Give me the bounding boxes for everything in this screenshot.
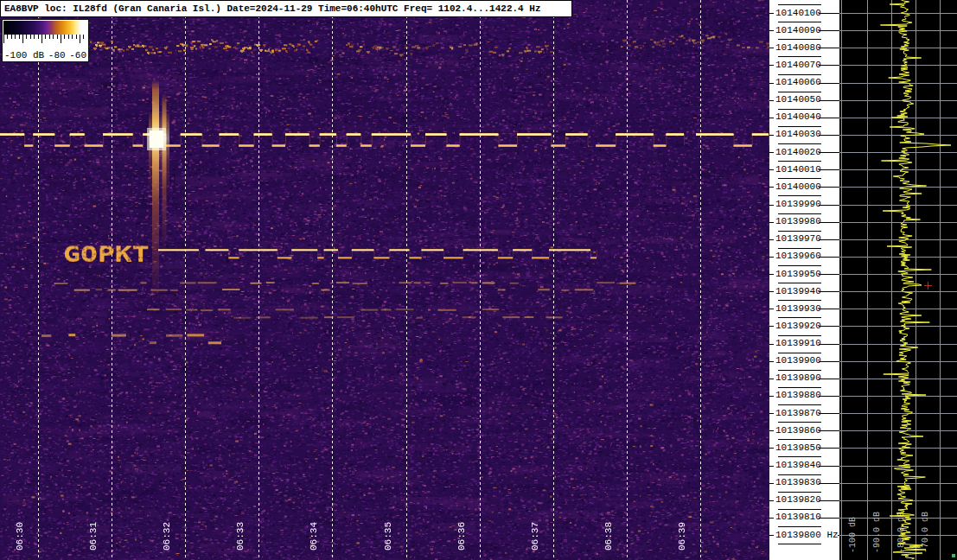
freq-tick-line: [819, 257, 839, 258]
color-scale-legend: -100 dB -80 -60: [2, 19, 89, 62]
freq-tick-label: 10140050: [775, 94, 821, 105]
freq-tick-line: [778, 456, 821, 457]
freq-tick-line: [819, 100, 839, 101]
freq-tick-line: [778, 387, 821, 388]
freq-tick-line: [769, 379, 774, 379]
freq-tick-label: 10139850: [775, 442, 821, 454]
freq-tick-line: [769, 169, 774, 170]
colorbar-labels: -100 dB -80 -60: [4, 47, 86, 60]
freq-tick-line: [769, 30, 774, 31]
freq-tick-line: [819, 187, 839, 188]
freq-tick-label: 10140000: [775, 181, 821, 193]
freq-tick-line: [819, 83, 839, 84]
freq-tick-line: [819, 48, 839, 48]
freq-tick-line: [819, 222, 839, 223]
waterfall-canvas: [0, 0, 769, 560]
freq-tick-line: [769, 430, 774, 431]
freq-tick-line: [778, 439, 821, 440]
freq-tick-line: [778, 195, 821, 196]
freq-tick-line: [778, 317, 821, 318]
freq-tick-line: [778, 492, 821, 493]
freq-tick-line: [778, 161, 821, 162]
freq-tick-line: [778, 300, 821, 301]
freq-tick-line: [819, 430, 839, 431]
cursor-cross-marker: [924, 282, 932, 290]
colorbar-label-mid: -80: [48, 50, 66, 60]
freq-tick-line: [769, 274, 774, 275]
time-tick-label: 06:38: [603, 522, 615, 550]
freq-tick-line: [819, 518, 839, 519]
freq-tick-line: [819, 239, 839, 240]
freq-tick-line: [778, 526, 821, 527]
freq-tick-line: [819, 500, 839, 501]
freq-tick-line: [819, 152, 839, 153]
freq-tick-line: [769, 361, 774, 362]
freq-tick-line: [778, 353, 821, 353]
freq-tick-line: [769, 500, 774, 501]
time-tick-label: 06:34: [309, 522, 320, 550]
freq-tick-label: 10140020: [775, 147, 821, 158]
freq-tick-label: 10139980: [775, 216, 821, 227]
freq-tick-label: 10140030: [775, 129, 821, 140]
freq-tick-label: 10139900: [775, 355, 821, 366]
freq-tick-label: 10140060: [775, 77, 821, 88]
freq-tick-line: [769, 187, 774, 188]
freq-tick-label: 10140090: [775, 25, 821, 36]
freq-tick-line: [819, 344, 839, 345]
page-title: EA8BVP loc: IL28fd (Gran Canaria Isl.) D…: [4, 3, 541, 14]
freq-tick-label: 10139830: [775, 477, 821, 488]
freq-tick-line: [819, 135, 839, 136]
freq-tick-line: [778, 509, 821, 510]
time-tick-label: 06:33: [235, 522, 246, 550]
freq-tick-line: [819, 483, 839, 484]
time-tick-label: 06:35: [383, 522, 394, 550]
freq-tick-line: [819, 205, 839, 206]
freq-tick-line: [819, 291, 839, 292]
freq-tick-line: [769, 344, 774, 345]
freq-tick-line: [769, 100, 774, 101]
freq-tick-line: [778, 231, 821, 232]
frequency-scale: 1014010010140090101400801014007010140060…: [769, 0, 839, 560]
freq-tick-line: [769, 396, 774, 397]
freq-tick-line: [769, 413, 774, 414]
freq-tick-label: 10139950: [775, 269, 821, 280]
freq-tick-line: [819, 379, 839, 379]
freq-tick-line: [778, 143, 821, 144]
freq-tick-label: 10139930: [775, 303, 821, 315]
time-tick-label: 06:30: [15, 522, 26, 550]
time-tick-label: 06:37: [530, 522, 541, 550]
freq-tick-line: [819, 466, 839, 467]
freq-tick-label: 10139810: [775, 512, 821, 523]
freq-tick-label: 10139970: [775, 233, 821, 245]
colorbar-label-max: -60: [69, 50, 86, 60]
freq-tick-label: 10139870: [775, 408, 821, 419]
freq-tick-line: [769, 205, 774, 206]
freq-tick-line: [769, 135, 774, 136]
freq-tick-line: [778, 248, 821, 249]
freq-tick-line: [769, 239, 774, 240]
freq-tick-line: [778, 39, 821, 40]
freq-tick-line: [778, 404, 821, 405]
time-tick-label: 06:36: [456, 522, 468, 550]
freq-tick-line: [778, 22, 821, 22]
freq-tick-line: [769, 222, 774, 223]
freq-tick-line: [769, 291, 774, 292]
freq-tick-label: 10139860: [775, 425, 821, 436]
freq-tick-line: [778, 178, 821, 179]
freq-tick-line: [769, 118, 774, 118]
freq-tick-line: [769, 65, 774, 66]
freq-tick-label: 10140010: [775, 164, 821, 175]
freq-tick-label: 10139820: [775, 494, 821, 506]
freq-tick-line: [778, 283, 821, 283]
freq-tick-line: [819, 30, 839, 31]
title-bar: EA8BVP loc: IL28fd (Gran Canaria Isl.) D…: [0, 0, 572, 17]
freq-tick-label: 10139990: [775, 199, 821, 210]
freq-tick-line: [769, 152, 774, 153]
freq-tick-line: [778, 335, 821, 336]
freq-tick-line: [778, 422, 821, 423]
colorbar-gradient: [3, 21, 87, 35]
freq-tick-line: [819, 65, 839, 66]
freq-tick-label: 10139910: [775, 338, 821, 349]
freq-tick-line: [778, 265, 821, 266]
colorbar-label-min: -100 dB: [4, 50, 44, 60]
